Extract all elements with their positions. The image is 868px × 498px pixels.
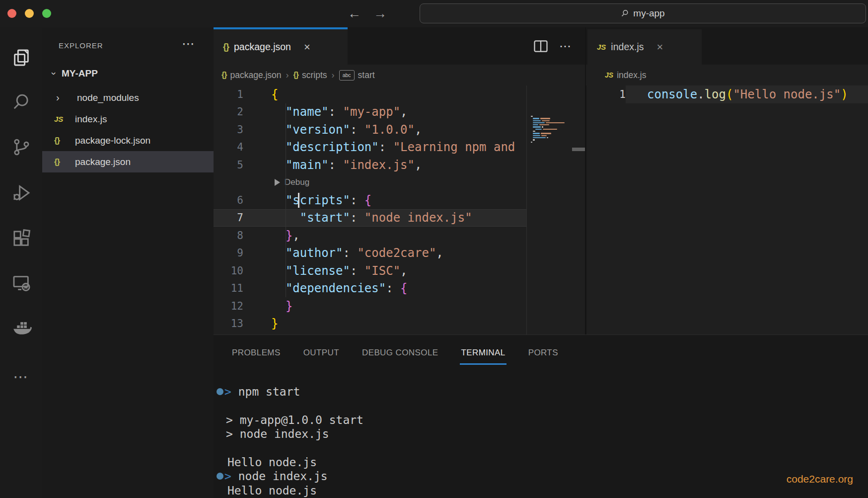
symbol-string-icon: abc	[339, 70, 355, 81]
terminal-line: > node index.js	[214, 427, 868, 441]
terminal-line	[214, 441, 868, 455]
breadcrumb[interactable]: JSindex.js	[586, 65, 868, 85]
code-text: console.log("Hello node.js")	[626, 87, 848, 101]
code-text: },	[243, 229, 300, 243]
docker-icon[interactable]	[0, 309, 42, 347]
root-folder-label: MY-APP	[62, 68, 98, 79]
editor-more-actions-icon[interactable]: ⋯	[559, 39, 571, 53]
tab-bar-left: {} package.json × ⋯	[214, 27, 585, 65]
breadcrumb-item-start[interactable]: abcstart	[339, 70, 375, 81]
search-icon[interactable]	[0, 83, 42, 121]
panel-tab-ports[interactable]: PORTS	[527, 344, 559, 362]
panel-tab-terminal[interactable]: TERMINAL	[460, 344, 506, 362]
breadcrumb-label: index.js	[617, 70, 646, 81]
code-line-5[interactable]: 5 "main": "index.js",	[214, 156, 526, 174]
code-editor-package-json[interactable]: 1{2 "name": "my-app",3 "version": "1.0.0…	[214, 85, 526, 332]
close-tab-icon[interactable]: ×	[656, 41, 663, 54]
navigate-back-button[interactable]: ←	[348, 4, 361, 22]
breadcrumb[interactable]: {}package.json›{}scripts›abcstart	[214, 65, 585, 85]
code-line-3[interactable]: 3 "version": "1.0.0",	[214, 121, 526, 139]
explorer-sidebar: EXPLORER ⋯ › MY-APP ›node_modulesJSindex…	[42, 27, 214, 498]
file-item-package.json[interactable]: {}package.json	[42, 151, 214, 172]
play-icon	[275, 179, 280, 186]
source-control-icon[interactable]	[0, 128, 42, 166]
code-text: "dependencies": {	[243, 281, 408, 295]
minimap[interactable]	[526, 85, 572, 365]
maximize-window-button[interactable]	[42, 9, 51, 18]
run-debug-icon[interactable]	[0, 174, 42, 212]
code-line-6[interactable]: 6 "scripts": {	[214, 191, 526, 209]
codelens-debug[interactable]: Debug	[243, 177, 309, 187]
terminal[interactable]: > npm start> my-app@1.0.0 start> node in…	[214, 385, 868, 498]
minimap-line	[531, 142, 572, 143]
code-line-2[interactable]: 2 "name": "my-app",	[214, 103, 526, 121]
code-line-9[interactable]: 9 "author": "code2care",	[214, 245, 526, 262]
breadcrumb-item-scripts[interactable]: {}scripts	[293, 70, 327, 81]
code-line-13[interactable]: 13}	[214, 315, 526, 333]
close-tab-icon[interactable]: ×	[304, 41, 310, 54]
code-line-7[interactable]: 7 "start": "node index.js"	[214, 209, 526, 227]
chevron-down-icon: ›	[49, 66, 60, 81]
panel-tab-problems[interactable]: PROBLEMS	[231, 344, 282, 362]
tab-index-js[interactable]: JS index.js ×	[587, 29, 702, 65]
remote-explorer-icon[interactable]	[0, 264, 42, 302]
code-text: }	[243, 317, 278, 331]
command-center-search[interactable]: my-app	[420, 3, 866, 23]
file-label: node_modules	[77, 92, 139, 103]
close-window-button[interactable]	[7, 9, 16, 18]
code-line-4[interactable]: 4 "description": "Learning npm and	[214, 139, 526, 157]
json-object-icon: {}	[221, 71, 226, 80]
minimap-line	[535, 129, 572, 130]
minimap-line	[533, 133, 572, 134]
minimap-line	[533, 120, 572, 121]
breadcrumb-item-package.json[interactable]: {}package.json	[221, 70, 282, 81]
panel-tab-debug-console[interactable]: DEBUG CONSOLE	[361, 344, 439, 362]
sidebar-root-folder[interactable]: › MY-APP	[42, 65, 214, 82]
editor-group-left: {} package.json × ⋯ {}package.json›{}scr…	[214, 27, 586, 334]
code-line-1[interactable]: 1console.log("Hello node.js")	[586, 85, 868, 103]
json-object-icon: {}	[293, 71, 298, 80]
navigate-forward-button[interactable]: →	[373, 4, 387, 22]
panel-tab-bar: PROBLEMSOUTPUTDEBUG CONSOLETERMINALPORTS	[231, 335, 559, 371]
js-file-icon: JS	[54, 115, 75, 123]
split-editor-icon[interactable]	[533, 40, 548, 53]
command-decoration-dot-icon[interactable]	[217, 473, 223, 480]
code-text: {	[243, 87, 278, 101]
code-text: "main": "index.js",	[243, 158, 422, 172]
file-item-index.js[interactable]: JSindex.js	[42, 108, 214, 130]
json-file-icon: {}	[54, 157, 75, 167]
file-item-node_modules[interactable]: ›node_modules	[42, 87, 214, 108]
code-line-10[interactable]: 10 "license": "ISC",	[214, 262, 526, 280]
js-file-icon: JS	[597, 43, 606, 51]
breadcrumb-separator: ›	[286, 70, 289, 81]
tab-package-json[interactable]: {} package.json ×	[214, 27, 348, 65]
extensions-icon[interactable]	[0, 220, 42, 257]
title-bar: ← → my-app	[0, 0, 868, 28]
code-line-12[interactable]: 12 }	[214, 297, 526, 315]
codelens-row[interactable]: Debug	[214, 174, 526, 192]
minimize-window-button[interactable]	[25, 9, 34, 18]
code-line-11[interactable]: 11 "dependencies": {	[214, 280, 526, 298]
tab-bar-right: JS index.js ×	[586, 27, 868, 65]
command-decoration-dot-icon[interactable]	[217, 388, 223, 395]
code-line-8[interactable]: 8 },	[214, 227, 526, 245]
breadcrumb-item-index.js[interactable]: JSindex.js	[605, 70, 646, 81]
sidebar-more-actions-icon[interactable]: ⋯	[182, 36, 195, 52]
line-number: 5	[214, 159, 243, 171]
file-label: package-lock.json	[75, 135, 150, 146]
code-line-1[interactable]: 1{	[214, 85, 526, 103]
minimap-line	[533, 131, 572, 132]
indent-guide	[300, 192, 300, 209]
editor-area: {} package.json × ⋯ {}package.json›{}scr…	[214, 27, 868, 334]
code-editor-index-js[interactable]: 1console.log("Hello node.js")	[586, 85, 868, 103]
minimap-line	[533, 124, 572, 125]
more-icon[interactable]: ⋯	[0, 368, 42, 385]
panel-tab-output[interactable]: OUTPUT	[302, 344, 340, 362]
explorer-files-icon[interactable]	[0, 39, 42, 77]
line-number: 13	[214, 318, 243, 330]
code-text: "description": "Learning npm and	[243, 140, 515, 154]
file-label: index.js	[75, 114, 107, 125]
line-number: 2	[214, 106, 243, 118]
minimap-line	[531, 116, 572, 117]
file-item-package-lock.json[interactable]: {}package-lock.json	[42, 130, 214, 151]
